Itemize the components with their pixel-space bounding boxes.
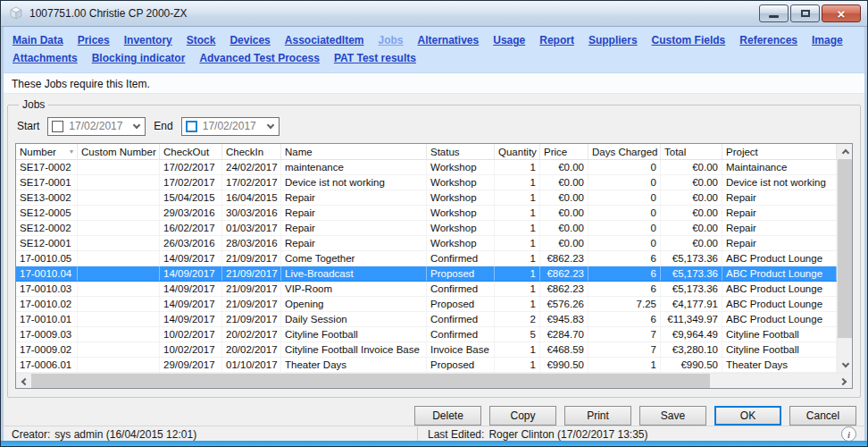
cell-quantity: 1 — [495, 175, 540, 190]
maximize-button[interactable] — [790, 4, 820, 22]
column-header-status[interactable]: Status — [427, 144, 495, 159]
scroll-up-button[interactable] — [838, 144, 853, 159]
cell-quantity: 1 — [495, 297, 540, 311]
info-icon[interactable]: i — [841, 426, 856, 442]
table-row[interactable]: 17-0010.0114/09/201721/09/2017Daily Sess… — [16, 312, 837, 327]
table-row[interactable]: 17-0010.0514/09/201721/09/2017Come Toget… — [16, 251, 837, 266]
table-row[interactable]: SE17-000217/02/201724/02/2017maintenance… — [16, 160, 837, 175]
table-row[interactable]: 17-0010.0214/09/201721/09/2017OpeningPro… — [16, 297, 837, 312]
cell-checkout: 17/02/2017 — [160, 175, 222, 190]
cancel-button[interactable]: Cancel — [789, 406, 856, 426]
vertical-scrollbar[interactable] — [837, 144, 852, 373]
tab-image[interactable]: Image — [812, 34, 843, 46]
table-row[interactable]: 17-0010.0314/09/201721/09/2017VIP-RoomCo… — [16, 282, 837, 297]
titlebar[interactable]: 1007751.00 Christie CP 2000-ZX × — [1, 1, 867, 27]
tab-stock[interactable]: Stock — [187, 34, 216, 46]
table-row[interactable]: SE12-000126/03/201628/03/2016RepairWorks… — [16, 236, 837, 251]
table-row[interactable]: SE12-000529/03/201630/03/2016RepairWorks… — [16, 206, 837, 221]
column-header-total[interactable]: Total — [661, 144, 722, 159]
cell-checkin: 01/10/2017 — [222, 358, 281, 372]
cell-checkout: 16/02/2017 — [160, 221, 222, 235]
cell-custom-number — [78, 175, 160, 190]
tab-main-data[interactable]: Main Data — [13, 34, 63, 46]
cell-price: €468.59 — [540, 342, 588, 357]
table-row[interactable]: SE13-000215/04/201516/04/2015RepairWorks… — [16, 190, 837, 206]
cell-checkin: 30/03/2016 — [222, 206, 281, 220]
table-row[interactable]: 17-0009.0310/02/201720/02/2017Cityline F… — [16, 327, 837, 342]
table-row[interactable]: SE17-000117/02/201717/02/2017Device ist … — [16, 175, 837, 190]
column-header-label: Custom Number — [81, 147, 156, 157]
tab-alternatives[interactable]: Alternatives — [418, 34, 480, 46]
horizontal-scroll-thumb[interactable] — [31, 374, 710, 388]
tab-prices[interactable]: Prices — [78, 34, 110, 46]
cell-number: 17-0010.05 — [16, 251, 78, 266]
cell-checkout: 10/02/2017 — [160, 342, 222, 357]
tab-inventory[interactable]: Inventory — [124, 34, 172, 46]
tab-suppliers[interactable]: Suppliers — [588, 34, 638, 46]
column-header-quantity[interactable]: Quantity — [495, 144, 540, 159]
cell-number: SE17-0002 — [16, 160, 78, 174]
cell-price: €945.83 — [540, 312, 588, 326]
tab-pat-test-results[interactable]: PAT Test results — [334, 52, 416, 64]
tab-blocking-indicator[interactable]: Blocking indicator — [92, 52, 186, 64]
end-label: End — [154, 120, 172, 132]
column-header-number[interactable]: Number▾ — [16, 144, 78, 159]
save-button[interactable]: Save — [639, 406, 706, 426]
cell-checkout: 14/09/2017 — [160, 297, 222, 311]
horizontal-scrollbar[interactable] — [16, 373, 852, 388]
tab-advanced-test-process[interactable]: Advanced Test Process — [199, 52, 320, 64]
column-header-label: Number — [20, 147, 56, 157]
scroll-left-button[interactable] — [16, 374, 31, 389]
minimize-button[interactable] — [759, 4, 789, 22]
start-date-checkbox[interactable] — [52, 121, 63, 132]
scroll-right-button[interactable] — [837, 374, 852, 389]
cell-price: €990.50 — [540, 358, 588, 372]
scroll-down-button[interactable] — [838, 358, 853, 373]
cell-total: €11,349.97 — [661, 312, 722, 326]
tab-usage[interactable]: Usage — [493, 34, 525, 46]
tab-devices[interactable]: Devices — [230, 34, 270, 46]
column-header-days-charged[interactable]: Days Charged — [588, 144, 661, 159]
window-controls: × — [759, 4, 861, 22]
end-date-checkbox[interactable] — [186, 121, 197, 132]
cell-checkin: 21/09/2017 — [222, 282, 281, 296]
table-row[interactable]: SE12-000216/02/201701/03/2017RepairWorks… — [16, 221, 837, 236]
table-row[interactable]: 17-0006.0129/09/201701/10/2017Theater Da… — [16, 358, 837, 373]
cell-price: €0.00 — [540, 236, 588, 250]
tab-custom-fields[interactable]: Custom Fields — [652, 34, 726, 46]
cell-checkout: 10/02/2017 — [160, 327, 222, 342]
column-header-project[interactable]: Project — [722, 144, 837, 159]
table-row[interactable]: 17-0009.0210/02/201720/02/2017Cityline F… — [16, 342, 837, 358]
cell-custom-number — [78, 312, 160, 326]
table-row-selected[interactable]: 17-0010.0414/09/201721/09/2017Live-Broad… — [16, 266, 837, 282]
cell-number: 17-0010.04 — [16, 266, 78, 281]
cell-status: Workshop — [427, 236, 495, 250]
tab-bar-row-2: AttachmentsBlocking indicatorAdvanced Te… — [13, 49, 855, 67]
start-date-picker[interactable]: 17/02/2017 — [47, 117, 146, 136]
column-header-checkout[interactable]: CheckOut — [160, 144, 222, 159]
tab-jobs[interactable]: Jobs — [379, 34, 404, 46]
column-header-custom-number[interactable]: Custom Number — [78, 144, 160, 159]
print-button[interactable]: Print — [564, 406, 631, 426]
column-header-name[interactable]: Name — [281, 144, 427, 159]
ok-button[interactable]: OK — [714, 406, 781, 426]
cell-checkin: 28/03/2016 — [222, 236, 281, 250]
close-button[interactable]: × — [822, 4, 861, 22]
cell-number: SE12-0002 — [16, 221, 78, 235]
column-header-checkin[interactable]: CheckIn — [222, 144, 281, 159]
cell-project: ABC Product Lounge — [722, 312, 837, 326]
tab-attachments[interactable]: Attachments — [13, 52, 78, 64]
cell-project: Cityline Football — [722, 327, 837, 342]
vertical-scroll-thumb[interactable] — [838, 159, 852, 338]
column-header-price[interactable]: Price — [540, 144, 588, 159]
creator-value: sys admin (16/04/2015 12:01) — [54, 428, 196, 441]
tab-report[interactable]: Report — [539, 34, 574, 46]
tab-associateditem[interactable]: AssociatedItem — [285, 34, 364, 46]
end-date-picker[interactable]: 17/02/2017 — [181, 117, 280, 136]
chevron-down-icon — [266, 121, 273, 128]
tab-references[interactable]: References — [739, 34, 797, 46]
cell-price: €0.00 — [540, 160, 588, 174]
cell-project: Device ist not working — [722, 175, 837, 190]
copy-button[interactable]: Copy — [489, 406, 556, 426]
delete-button[interactable]: Delete — [414, 406, 481, 426]
